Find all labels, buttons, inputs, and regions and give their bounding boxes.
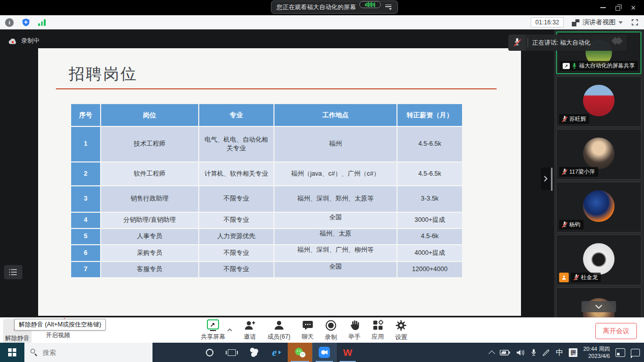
view-mode-label: 演讲者视图 (582, 18, 616, 27)
pen-icon[interactable] (542, 349, 550, 356)
wechat-icon[interactable] (288, 343, 312, 362)
fullscreen-icon[interactable] (631, 18, 639, 26)
table-cell: 3 (71, 186, 100, 212)
muted-mic-icon (574, 274, 579, 281)
sidebar-collapse-button[interactable] (541, 168, 550, 190)
taskbar-search[interactable] (24, 343, 152, 362)
action-center-icon[interactable] (631, 349, 640, 356)
internet-explorer-icon[interactable]: e (265, 343, 288, 362)
settings-button[interactable]: 设置 (395, 319, 407, 342)
tencent-meeting-icon[interactable] (312, 343, 336, 362)
agenda-list-button[interactable] (4, 265, 22, 279)
share-options-chevron[interactable] (227, 324, 232, 334)
raise-hand-icon (349, 319, 360, 331)
gear-icon (395, 319, 407, 332)
participant-tile[interactable]: 杨钧 (556, 182, 641, 233)
table-cell: 人事专员 (101, 229, 198, 244)
table-cell: 2 (71, 162, 100, 185)
taskbar-clock[interactable]: 20:44 周四 2023/4/6 (583, 345, 610, 360)
mic-on-icon (572, 62, 577, 69)
meeting-info-bar: i 01:16:32 演讲者视图 (0, 15, 644, 29)
cortana-icon[interactable] (198, 343, 221, 362)
ime-pinyin-icon[interactable]: 拼 (569, 348, 577, 357)
close-button[interactable]: ✕ (626, 2, 641, 14)
participant-name: 杨钧 (569, 221, 580, 228)
taskbar-time: 20:44 周四 (583, 346, 610, 352)
share-screen-button[interactable]: 共享屏幕 (201, 319, 225, 341)
apps-button[interactable]: 应用 (372, 319, 384, 341)
participants-sidebar: 福大自动化的屏幕共享 苏旺辉 (554, 29, 644, 317)
participant-label: 杨钧 (559, 220, 584, 229)
invite-button[interactable]: 邀请 (243, 319, 256, 341)
participant-tile[interactable]: 杜金龙 (556, 235, 641, 285)
unmute-tooltip: 解除静音 (Alt+M或按住空格键) (14, 319, 106, 331)
wps-office-icon[interactable]: W (336, 343, 359, 362)
recording-indicator: 录制中 (8, 37, 40, 45)
meeting-toolbar: 解除静音 开启视频 解除静音 (Alt+M或按住空格键) (0, 317, 644, 343)
main-stage: 录制中 招聘岗位 序号 岗位 专业 工作地点 转正薪资（月） 1 技术工程师 电… (0, 29, 644, 317)
media-player-icon[interactable] (616, 348, 625, 357)
table-row: 5 人事专员 人力资源优先 福州、太原 4.5-6k (71, 229, 462, 244)
watching-banner[interactable]: 您正在观看福大自动化的屏幕 (271, 1, 398, 14)
table-cell: 5 (71, 229, 100, 244)
chat-label: 聊天 (301, 333, 314, 341)
table-cell: 不限专业 (199, 186, 274, 212)
network-signal-icon (38, 19, 46, 26)
ime-language-indicator[interactable]: 中 (556, 348, 563, 357)
participant-tile[interactable]: 117梁小萍 (556, 129, 641, 180)
participant-label: 苏旺辉 (559, 114, 589, 124)
record-button[interactable]: 录制 (325, 319, 337, 342)
search-input[interactable] (43, 349, 134, 356)
table-cell: 软件工程师 (101, 162, 198, 185)
table-cell: 4.5-6k (397, 229, 462, 244)
restore-button[interactable] (610, 2, 626, 14)
table-header-cell: 工作地点 (274, 104, 396, 126)
minimize-button[interactable] (595, 2, 610, 14)
table-cell: 人力资源优先 (199, 229, 274, 244)
participant-tile-partial[interactable] (556, 287, 641, 317)
table-cell: 计算机、软件相关专业 (199, 162, 274, 185)
app-icon-s[interactable] (243, 343, 265, 362)
raise-hand-label: 举手 (348, 333, 360, 341)
logo-watermark (612, 38, 622, 44)
meeting-info-icon[interactable]: i (5, 18, 14, 27)
raise-hand-button[interactable]: 举手 (348, 319, 360, 341)
slide-title: 招聘岗位 (69, 63, 138, 85)
table-cell: 全国 (274, 213, 396, 228)
security-shield-icon[interactable] (21, 18, 30, 27)
speaking-banner: 正在讲话: 福大自动化 (508, 35, 627, 51)
task-view-icon[interactable] (221, 343, 243, 362)
table-row: 4 分销助理/直销助理 不限专业 全国 3000+提成 (71, 213, 462, 228)
taskbar-date: 2023/4/6 (588, 353, 610, 359)
view-mode-selector[interactable]: 演讲者视图 (572, 18, 623, 27)
meeting-timer: 01:16:32 (531, 17, 564, 27)
avatar (583, 138, 615, 169)
banner-menu-icon[interactable] (384, 5, 392, 10)
participant-label: 福大自动化的屏幕共享 (560, 61, 638, 71)
chevron-down-icon (619, 21, 623, 24)
system-tray: 中 拼 20:44 周四 2023/4/6 (489, 343, 640, 362)
battery-icon[interactable] (500, 349, 510, 356)
screen-share-icon (563, 63, 570, 69)
table-cell: 不限专业 (199, 262, 274, 277)
table-row: 6 采购专员 不限专业 福州、深圳、广州、柳州等 4000+提成 (71, 245, 462, 261)
title-underline (56, 88, 497, 89)
sidebar-scrollbar[interactable] (551, 168, 553, 191)
leave-meeting-button[interactable]: 离开会议 (595, 323, 637, 339)
settings-label: 设置 (395, 333, 407, 342)
tray-expand-chevron[interactable] (489, 350, 496, 357)
tray-mic-icon[interactable] (531, 348, 537, 356)
speaker-icon[interactable] (516, 349, 525, 356)
avatar (583, 243, 615, 275)
table-cell: 福州 (274, 127, 396, 161)
table-cell: 销售行政助理 (101, 186, 198, 212)
host-badge-icon (559, 273, 569, 282)
members-button[interactable]: 成员(67) (267, 319, 290, 341)
start-button[interactable] (0, 343, 24, 362)
watching-banner-text: 您正在观看福大自动化的屏幕 (277, 3, 356, 12)
participant-tile[interactable]: 苏旺辉 (556, 76, 641, 127)
chat-button[interactable]: 聊天 (301, 319, 314, 341)
table-cell: 福州、深圳、郑州、太原等 (274, 186, 396, 212)
avatar (583, 85, 615, 116)
scroll-more-button[interactable] (581, 301, 616, 312)
